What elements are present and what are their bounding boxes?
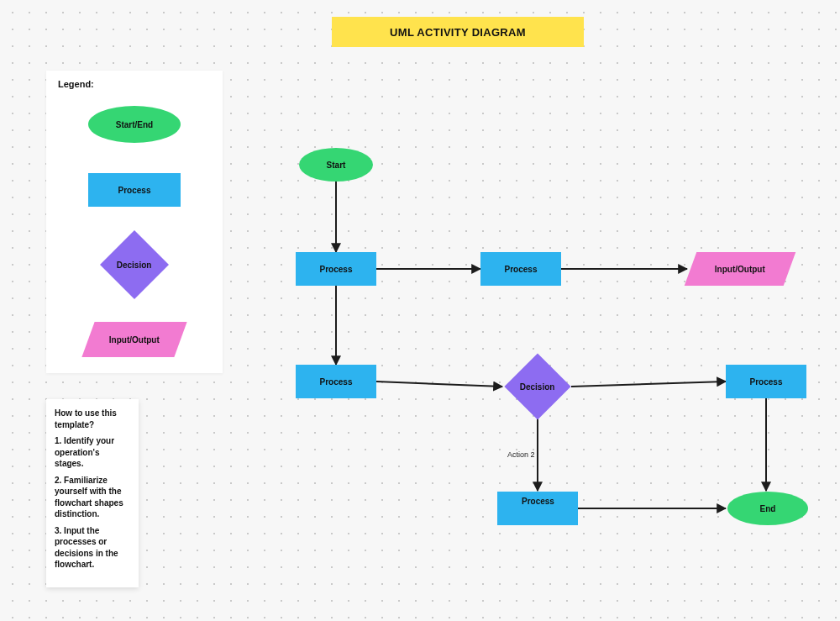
legend-item-io: Input/Output [58,314,211,365]
node-process-3[interactable]: Process [296,365,376,398]
diagram-canvas: UML ACTIVITY DIAGRAM Legend: Start/End P… [0,0,840,621]
legend-shape-ellipse: Start/End [88,106,181,143]
legend-label-io: Input/Output [109,335,160,345]
node-process-2-label: Process [505,265,538,274]
node-start-label: Start [327,161,346,170]
help-step-2: 2. Familiarize yourself with the flowcha… [55,475,130,520]
node-process-4[interactable]: Process [726,365,806,398]
node-process-2[interactable]: Process [480,252,561,286]
node-end[interactable]: End [727,492,808,525]
node-decision[interactable]: Decision [514,363,561,410]
node-start[interactable]: Start [299,148,373,182]
legend-heading: Legend: [58,79,211,89]
help-heading: How to use this template? [55,408,130,430]
help-step-1: 1. Identify your operation's stages. [55,435,130,470]
legend-label-process: Process [118,186,151,195]
diagram-title-banner: UML ACTIVITY DIAGRAM [332,17,584,47]
node-io-1-label: Input/Output [715,265,765,274]
node-process-1[interactable]: Process [296,252,376,286]
help-card: How to use this template? 1. Identify yo… [46,399,139,587]
legend-shape-decision: Decision [100,230,169,299]
node-io-1[interactable]: Input/Output [685,252,796,286]
node-process-4-label: Process [750,377,783,387]
legend-shape-io: Input/Output [81,322,186,357]
legend-panel: Legend: Start/End Process Decision Input… [46,71,223,373]
diagram-title: UML ACTIVITY DIAGRAM [390,26,526,39]
svg-line-4 [376,382,502,387]
node-decision-label: Decision [520,382,555,392]
legend-item-decision: Decision [58,230,211,299]
node-process-5[interactable]: Process [497,492,578,525]
node-process-1-label: Process [320,265,353,274]
legend-item-process: Process [58,165,211,215]
node-process-5-label: Process [522,497,560,506]
legend-label-start-end: Start/End [116,120,153,129]
node-process-3-label: Process [320,377,353,387]
svg-line-5 [571,382,726,387]
edge-label-action-2: Action 2 [507,450,535,459]
legend-label-decision: Decision [117,261,152,270]
node-end-label: End [760,504,776,513]
legend-item-start-end: Start/End [58,99,211,150]
node-decision-shape: Decision [504,353,570,419]
legend-shape-process: Process [88,173,181,207]
help-step-3: 3. Input the processes or decisions in t… [55,525,130,571]
